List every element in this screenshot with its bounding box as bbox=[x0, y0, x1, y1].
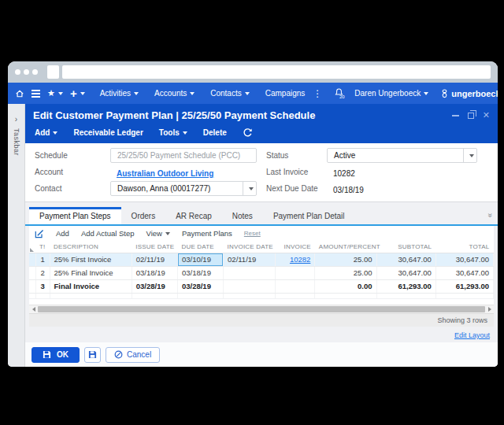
dropdown-button[interactable] bbox=[463, 149, 476, 162]
address-bar[interactable] bbox=[62, 65, 491, 79]
reset-link[interactable]: Reset bbox=[244, 230, 261, 237]
last-invoice-label: Last Invoice bbox=[266, 168, 327, 176]
description-cell[interactable]: 25% First Invoice bbox=[50, 253, 132, 266]
collapse-chevron-icon[interactable]: » bbox=[487, 213, 495, 219]
subtotal-cell[interactable]: 61,293.00 bbox=[376, 279, 435, 293]
taskbar-panel[interactable]: › Taskbar bbox=[8, 104, 25, 367]
due-date-cell[interactable]: 03/28/19 bbox=[177, 279, 223, 293]
invoice-date-cell[interactable]: 02/11/19 bbox=[224, 253, 276, 266]
nav-menu-contacts[interactable]: Contacts bbox=[210, 89, 249, 98]
issue-date-cell[interactable]: 03/18/19 bbox=[132, 266, 177, 279]
add-new-icon[interactable]: + bbox=[70, 87, 85, 99]
add-button[interactable]: Add bbox=[35, 128, 57, 137]
row-indicator-cell[interactable] bbox=[29, 253, 35, 266]
table-row[interactable]: 3 Final Invoice 03/28/19 03/28/19 0.00 6… bbox=[29, 279, 494, 293]
invoice-date-cell[interactable] bbox=[224, 279, 276, 293]
col-header-total[interactable]: TOTAL bbox=[435, 241, 493, 253]
status-value: Active bbox=[328, 151, 463, 160]
col-header-subtotal[interactable]: SUBTOTAL bbox=[376, 241, 435, 253]
total-cell[interactable]: 30,647.00 bbox=[435, 253, 493, 266]
col-header-description[interactable]: DESCRIPTION bbox=[50, 241, 132, 253]
row-indicator-cell[interactable] bbox=[29, 279, 35, 293]
nav-menu-accounts[interactable]: Accounts bbox=[154, 89, 195, 98]
amount-percent-cell[interactable]: 25.00 bbox=[315, 253, 376, 266]
restore-icon[interactable] bbox=[468, 113, 474, 119]
horizontal-scrollbar[interactable] bbox=[29, 305, 494, 313]
col-header-due-date[interactable]: DUE DATE bbox=[177, 241, 223, 253]
browser-tab[interactable] bbox=[47, 65, 59, 79]
invoice-cell[interactable] bbox=[276, 279, 315, 293]
nav-menu-label: Contacts bbox=[210, 89, 241, 98]
description-cell[interactable]: Final Invoice bbox=[50, 279, 132, 293]
due-date-cell[interactable]: 03/10/19 bbox=[177, 253, 223, 266]
expand-all-header[interactable] bbox=[29, 241, 35, 253]
issue-date-cell[interactable]: 03/28/19 bbox=[132, 279, 177, 293]
row-number-cell[interactable]: 1 bbox=[35, 253, 50, 266]
row-indicator-cell[interactable] bbox=[29, 266, 35, 279]
table-row[interactable]: 2 25% Final Invoice 03/18/19 03/18/19 25… bbox=[29, 266, 494, 279]
cancel-button[interactable]: Cancel bbox=[106, 347, 160, 363]
description-cell[interactable]: 25% Final Invoice bbox=[50, 266, 132, 279]
tab-payment-plan-steps[interactable]: Payment Plan Steps bbox=[29, 207, 121, 224]
invoice-link[interactable]: 10282 bbox=[290, 255, 310, 264]
window-dot[interactable] bbox=[15, 69, 20, 75]
more-options-icon[interactable]: ⋮ bbox=[313, 88, 322, 99]
invoice-date-cell[interactable] bbox=[224, 266, 276, 279]
payment-plans-button[interactable]: Payment Plans bbox=[182, 229, 232, 238]
issue-date-cell[interactable]: 02/11/19 bbox=[132, 253, 177, 266]
row-number-cell[interactable]: 3 bbox=[35, 279, 50, 293]
invoice-cell[interactable]: 10282 bbox=[276, 253, 315, 266]
table-row[interactable]: 1 25% First Invoice 02/11/19 03/10/19 02… bbox=[29, 253, 494, 266]
col-header-amount-percent[interactable]: AMOUNT/PERCENT bbox=[315, 241, 376, 253]
home-icon[interactable] bbox=[15, 89, 24, 98]
total-cell[interactable]: 30,647.00 bbox=[435, 266, 493, 279]
tab-orders[interactable]: Orders bbox=[121, 207, 166, 224]
notifications-icon[interactable]: 20 bbox=[333, 87, 345, 99]
contact-select[interactable]: Dawson, Anna (00017277) bbox=[110, 181, 257, 196]
col-header-invoice[interactable]: INVOICE bbox=[276, 241, 315, 253]
user-menu[interactable]: Daren Ungerboeck bbox=[354, 89, 428, 98]
ok-label: OK bbox=[57, 350, 69, 359]
nav-menu-campaigns[interactable]: Campaigns bbox=[265, 89, 306, 98]
subtotal-cell[interactable]: 30,647.00 bbox=[376, 253, 435, 266]
tools-button[interactable]: Tools bbox=[159, 128, 187, 137]
receivable-ledger-button[interactable]: Receivable Ledger bbox=[73, 128, 143, 137]
minimize-icon[interactable] bbox=[452, 115, 459, 116]
favorites-icon[interactable]: ★ bbox=[47, 89, 63, 98]
grid-add-button[interactable]: Add bbox=[56, 229, 69, 238]
save-button[interactable] bbox=[84, 347, 101, 363]
refresh-icon[interactable] bbox=[243, 128, 253, 138]
view-button[interactable]: View bbox=[146, 229, 170, 238]
col-header-type[interactable]: T! bbox=[35, 241, 50, 253]
delete-button[interactable]: Delete bbox=[203, 128, 227, 137]
window-dot[interactable] bbox=[24, 69, 29, 75]
total-cell[interactable]: 61,293.00 bbox=[435, 279, 493, 293]
tab-ar-recap[interactable]: AR Recap bbox=[165, 207, 222, 224]
tab-notes[interactable]: Notes bbox=[222, 207, 263, 224]
nav-menu-activities[interactable]: Activities bbox=[100, 89, 139, 98]
ok-button[interactable]: OK bbox=[32, 347, 80, 363]
invoice-cell[interactable] bbox=[276, 266, 315, 279]
edit-grid-icon[interactable] bbox=[35, 229, 44, 238]
amount-percent-cell[interactable]: 25.00 bbox=[315, 266, 376, 279]
close-icon[interactable]: ✕ bbox=[483, 111, 490, 120]
schedule-field[interactable]: 25/25/50 Payment Schedule (PCC) bbox=[110, 148, 257, 163]
dropdown-button[interactable] bbox=[243, 182, 256, 195]
status-select[interactable]: Active bbox=[327, 148, 477, 163]
col-header-invoice-date[interactable]: INVOICE DATE bbox=[224, 241, 276, 253]
add-actual-step-button[interactable]: Add Actual Step bbox=[81, 229, 135, 238]
scroll-left-icon[interactable] bbox=[29, 305, 38, 313]
expand-chevron-icon[interactable]: › bbox=[15, 115, 17, 124]
due-date-cell[interactable]: 03/18/19 bbox=[177, 266, 223, 279]
amount-percent-cell[interactable]: 0.00 bbox=[315, 279, 376, 293]
col-header-issue-date[interactable]: ISSUE DATE bbox=[132, 241, 177, 253]
window-dot[interactable] bbox=[32, 69, 38, 75]
subtotal-cell[interactable]: 30,647.00 bbox=[376, 266, 435, 279]
edit-layout-link[interactable]: Edit Layout bbox=[454, 331, 490, 339]
row-number-cell[interactable]: 2 bbox=[35, 266, 50, 279]
scroll-right-icon[interactable] bbox=[485, 305, 494, 313]
menu-icon[interactable] bbox=[32, 90, 40, 98]
scrollbar-thumb[interactable] bbox=[38, 306, 485, 312]
account-link[interactable]: Australian Outdoor Living bbox=[117, 169, 213, 178]
tab-payment-plan-detail[interactable]: Payment Plan Detail bbox=[263, 207, 355, 224]
